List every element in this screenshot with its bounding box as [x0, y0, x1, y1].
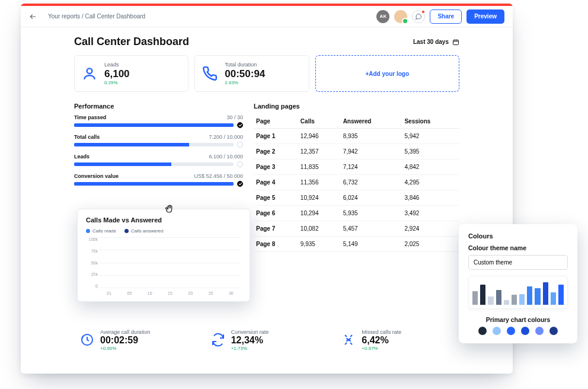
table-cell: 12,946 — [298, 129, 341, 144]
header-actions: AK Share Preview — [376, 9, 504, 24]
stat-delta: +1.73% — [231, 346, 269, 351]
preview-bar — [519, 294, 525, 305]
table-cell: 5,942 — [402, 129, 459, 144]
performance-row: Leads6.100 / 10.000 — [74, 154, 243, 167]
chart-card-calls[interactable]: Calls Made vs Answered Calls made Calls … — [77, 209, 250, 302]
section-title-landing: Landing pages — [254, 103, 459, 110]
colour-swatch[interactable] — [507, 327, 515, 335]
table-cell-page: Page 6 — [254, 206, 298, 221]
preview-button[interactable]: Preview — [466, 9, 504, 24]
legend-label: Calls answered — [131, 228, 164, 234]
colour-swatch[interactable] — [549, 327, 558, 335]
table-row[interactable]: Page 212,3577,9425,395 — [254, 144, 459, 160]
perf-value: 7.200 / 10.000 — [209, 134, 243, 140]
table-cell: 2,924 — [402, 221, 459, 237]
legend-dot-icon — [124, 229, 129, 233]
table-row[interactable]: Page 510,9246,0243,846 — [254, 190, 459, 206]
y-tick: 100k — [86, 237, 98, 241]
table-cell-page: Page 4 — [254, 175, 298, 190]
progress-bar — [74, 123, 234, 127]
add-logo-card[interactable]: +Add your logo — [315, 55, 459, 92]
table-cell: 11,835 — [298, 160, 341, 175]
table-row[interactable]: Page 89,9355,1492,025 — [254, 237, 459, 252]
avatar-user-2[interactable] — [394, 10, 407, 23]
colours-panel[interactable]: Colours Colour theme name Primary chart … — [459, 224, 577, 343]
stat-card-duration[interactable]: Total duration 00:50:94 2.83% — [194, 55, 309, 92]
stat-value: 12,34% — [231, 335, 269, 346]
preview-bar — [543, 282, 548, 305]
stat-delta: +0.90% — [100, 346, 150, 351]
check-icon — [237, 142, 243, 148]
back-button[interactable] — [27, 10, 40, 23]
chart-title: Calls Made vs Answered — [86, 216, 241, 224]
chart-area: 100k75k50k25k0 01051015202530 — [86, 237, 241, 295]
performance-row: Time passed30 / 30 — [74, 114, 243, 128]
x-tick: 15 — [160, 291, 180, 295]
stat-label: Total duration — [225, 62, 265, 68]
stat-delta: 0.29% — [104, 80, 130, 85]
table-cell: 11,356 — [298, 175, 341, 190]
add-logo-label: +Add your logo — [365, 71, 409, 77]
y-tick: 0 — [86, 284, 98, 288]
check-icon — [237, 122, 243, 128]
table-cell-page: Page 5 — [254, 190, 298, 206]
perf-label: Leads — [74, 154, 90, 160]
table-cell-page: Page 1 — [254, 129, 298, 144]
table-row[interactable]: Page 710,0825,4572,924 — [254, 221, 459, 237]
bottom-stat-card[interactable]: Average call duration00:02:59+0.90% — [74, 324, 198, 356]
table-header: Page — [254, 114, 298, 129]
table-cell: 3,846 — [402, 190, 459, 206]
date-range-selector[interactable]: Last 30 days — [413, 39, 459, 46]
app-header: Your reports / Call Center Dashboard AK … — [21, 6, 513, 27]
preview-bar — [551, 292, 556, 305]
share-button[interactable]: Share — [430, 9, 462, 24]
x-tick: 20 — [180, 291, 200, 295]
table-cell: 12,357 — [298, 144, 341, 160]
table-header: Calls — [298, 114, 341, 129]
preview-bar — [527, 286, 532, 305]
bottom-stat-card[interactable]: Conversion rate12,34%+1.73% — [205, 324, 329, 356]
y-tick: 50k — [86, 261, 98, 265]
colour-swatch[interactable] — [535, 327, 544, 335]
table-cell: 7,942 — [341, 144, 402, 160]
chart-legend: Calls made Calls answered — [86, 228, 241, 234]
stat-label: Conversion rate — [231, 329, 269, 335]
stat-delta: 2.83% — [225, 80, 265, 85]
colour-theme-name-input[interactable] — [468, 255, 568, 270]
svg-rect-0 — [453, 40, 459, 44]
colour-swatch[interactable] — [521, 327, 529, 335]
table-cell: 6,732 — [341, 175, 402, 190]
stat-delta: +0.87% — [362, 346, 401, 351]
x-tick: 10 — [140, 291, 160, 295]
grab-hand-icon — [164, 203, 175, 214]
colour-swatches — [468, 327, 568, 335]
table-cell-page: Page 8 — [254, 237, 298, 252]
table-row[interactable]: Page 112,9468,9355,942 — [254, 129, 459, 144]
colour-swatch[interactable] — [478, 327, 487, 335]
colour-swatch[interactable] — [493, 327, 501, 335]
stat-value: 6,100 — [104, 69, 130, 79]
table-row[interactable]: Page 311,8357,1244,842 — [254, 160, 459, 175]
comments-button[interactable] — [412, 10, 425, 23]
y-tick: 25k — [86, 272, 98, 276]
stat-value: 00:50:94 — [225, 69, 265, 79]
bottom-stat-card[interactable]: Missed calls rate6,42%+0.87% — [335, 324, 459, 356]
x-tick: 30 — [221, 291, 241, 295]
preview-bar — [558, 285, 564, 305]
table-cell: 4,842 — [402, 160, 459, 175]
clock-icon — [80, 333, 94, 347]
x-tick: 05 — [119, 291, 139, 295]
perf-value: 30 / 30 — [226, 114, 243, 120]
avatar-user-ak[interactable]: AK — [376, 10, 389, 23]
table-cell: 6,024 — [341, 190, 402, 206]
table-cell: 8,935 — [341, 129, 402, 144]
breadcrumb[interactable]: Your reports / Call Center Dashboard — [48, 13, 368, 20]
table-row[interactable]: Page 411,3566,7324,295 — [254, 175, 459, 190]
stat-card-leads[interactable]: Leads 6,100 0.29% — [74, 55, 188, 92]
perf-label: Total calls — [74, 134, 100, 140]
table-row[interactable]: Page 610,2945,9353,492 — [254, 206, 459, 221]
check-icon — [237, 161, 243, 167]
colour-preview-chart — [468, 276, 568, 309]
progress-bar — [74, 162, 234, 166]
table-cell: 3,492 — [402, 206, 459, 221]
